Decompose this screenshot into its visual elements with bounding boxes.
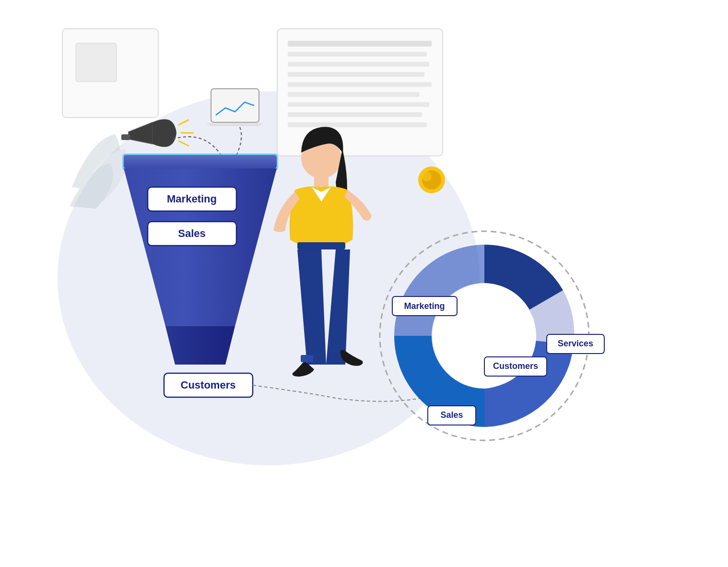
svg-rect-9: [288, 92, 420, 97]
svg-rect-7: [288, 72, 424, 77]
svg-rect-30: [301, 355, 313, 362]
svg-rect-8: [288, 82, 432, 87]
svg-rect-6: [288, 62, 429, 67]
svg-rect-10: [288, 102, 429, 107]
svg-text:Customers: Customers: [493, 361, 538, 371]
svg-rect-18: [211, 89, 259, 122]
svg-rect-5: [288, 52, 427, 57]
svg-rect-12: [288, 122, 427, 127]
svg-text:Services: Services: [558, 339, 593, 348]
svg-rect-14: [121, 134, 130, 140]
svg-rect-11: [288, 112, 422, 117]
svg-rect-4: [288, 41, 432, 47]
svg-rect-2: [76, 43, 117, 82]
svg-rect-29: [297, 242, 345, 249]
svg-rect-20: [124, 155, 277, 168]
svg-text:Marketing: Marketing: [167, 193, 217, 205]
svg-text:Customers: Customers: [181, 379, 236, 391]
svg-point-33: [422, 172, 432, 181]
svg-text:Sales: Sales: [440, 410, 463, 420]
svg-text:Sales: Sales: [178, 227, 206, 239]
svg-text:Marketing: Marketing: [404, 301, 445, 311]
main-scene: Marketing Sales Customers: [0, 0, 728, 567]
